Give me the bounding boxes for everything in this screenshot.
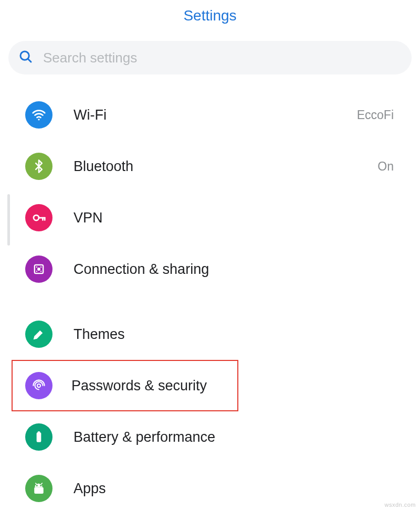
settings-item-label: Apps — [74, 481, 394, 497]
settings-item-status: EccoFi — [357, 108, 394, 122]
settings-item-label: Battery & performance — [74, 429, 394, 445]
scroll-indicator — [7, 194, 10, 246]
settings-item-wifi[interactable]: Wi-Fi EccoFi — [0, 89, 420, 141]
apps-icon — [25, 475, 52, 502]
search-placeholder: Search settings — [43, 50, 137, 66]
watermark: wsxdn.com — [384, 502, 416, 508]
settings-item-label: Themes — [74, 326, 394, 343]
settings-item-status: On — [377, 159, 394, 174]
page-title: Settings — [0, 0, 420, 35]
svg-point-11 — [36, 271, 37, 272]
settings-item-label: Bluetooth — [74, 158, 377, 175]
svg-point-8 — [37, 268, 40, 271]
fingerprint-icon — [25, 372, 52, 399]
svg-line-19 — [36, 483, 37, 485]
settings-list: Wi-Fi EccoFi Bluetooth On VPN — [0, 86, 420, 511]
svg-rect-14 — [37, 432, 41, 442]
svg-point-13 — [37, 384, 40, 387]
settings-item-themes[interactable]: Themes — [0, 308, 420, 360]
bluetooth-icon — [25, 153, 52, 180]
settings-item-label: VPN — [74, 210, 394, 226]
battery-icon — [25, 423, 52, 451]
svg-line-1 — [28, 59, 31, 62]
svg-point-12 — [40, 271, 41, 272]
wifi-icon — [25, 101, 52, 129]
settings-item-passwords-security[interactable]: Passwords & security — [12, 360, 238, 411]
svg-point-3 — [34, 215, 39, 220]
svg-point-2 — [38, 119, 39, 120]
settings-item-apps[interactable]: Apps — [0, 463, 420, 511]
svg-point-10 — [40, 267, 41, 268]
vpn-icon — [25, 204, 52, 231]
settings-item-label: Connection & sharing — [74, 261, 394, 278]
settings-item-battery-performance[interactable]: Battery & performance — [0, 411, 420, 463]
connection-sharing-icon — [25, 256, 52, 283]
svg-rect-15 — [38, 431, 40, 433]
svg-point-9 — [36, 267, 37, 268]
settings-item-vpn[interactable]: VPN — [0, 192, 420, 243]
svg-rect-16 — [34, 487, 44, 494]
search-icon — [18, 49, 34, 67]
settings-item-label: Passwords & security — [71, 378, 228, 394]
settings-item-connection-sharing[interactable]: Connection & sharing — [0, 243, 420, 295]
svg-line-20 — [41, 483, 43, 485]
themes-icon — [25, 321, 52, 348]
settings-item-bluetooth[interactable]: Bluetooth On — [0, 141, 420, 192]
settings-item-label: Wi-Fi — [74, 107, 357, 123]
search-input[interactable]: Search settings — [8, 41, 412, 74]
